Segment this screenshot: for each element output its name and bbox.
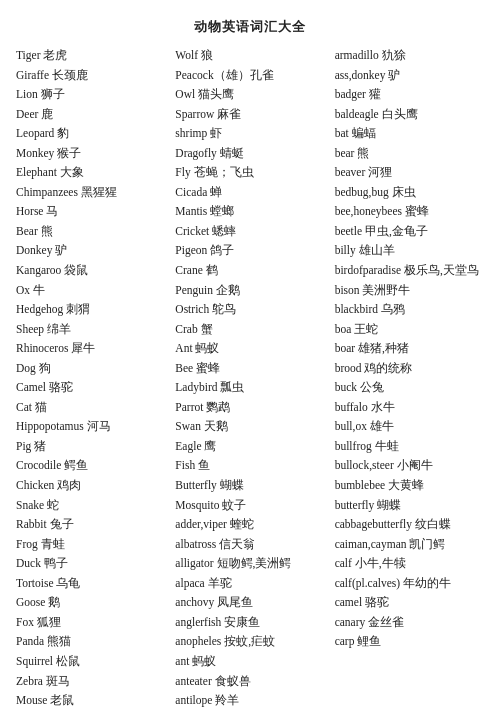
list-item: canary 金丝雀 xyxy=(335,613,484,633)
list-item: Swan 天鹅 xyxy=(175,417,324,437)
list-item: anteater 食蚁兽 xyxy=(175,672,324,692)
list-item: Giraffe 长颈鹿 xyxy=(16,66,165,86)
list-item: Goose 鹅 xyxy=(16,593,165,613)
list-item: Cricket 蟋蟀 xyxy=(175,222,324,242)
list-item: Squirrel 松鼠 xyxy=(16,652,165,672)
column-3: armadillo 犰狳ass,donkey 驴badger 獾baldeagl… xyxy=(335,46,484,707)
list-item: Cat 猫 xyxy=(16,398,165,418)
list-item: Wolf 狼 xyxy=(175,46,324,66)
list-item: blackbird 乌鸦 xyxy=(335,300,484,320)
list-item: Zebra 斑马 xyxy=(16,672,165,692)
list-item: anopheles 按蚊,疟蚊 xyxy=(175,632,324,652)
list-item: Lion 狮子 xyxy=(16,85,165,105)
list-item: beaver 河狸 xyxy=(335,163,484,183)
list-item: birdofparadise 极乐鸟,天堂鸟 xyxy=(335,261,484,281)
list-item: buck 公兔 xyxy=(335,378,484,398)
list-item: carp 鲤鱼 xyxy=(335,632,484,652)
list-item: badger 獾 xyxy=(335,85,484,105)
list-item: brood 鸡的统称 xyxy=(335,359,484,379)
main-grid: Tiger 老虎Giraffe 长颈鹿Lion 狮子Deer 鹿Leopard … xyxy=(16,46,484,707)
list-item: Crab 蟹 xyxy=(175,320,324,340)
list-item: Mouse 老鼠 xyxy=(16,691,165,707)
list-item: Horse 马 xyxy=(16,202,165,222)
list-item: Dog 狗 xyxy=(16,359,165,379)
list-item: Ostrich 鸵鸟 xyxy=(175,300,324,320)
list-item: Camel 骆驼 xyxy=(16,378,165,398)
list-item: anglerfish 安康鱼 xyxy=(175,613,324,633)
list-item: Crocodile 鳄鱼 xyxy=(16,456,165,476)
list-item: Fish 鱼 xyxy=(175,456,324,476)
list-item: adder,viper 蝰蛇 xyxy=(175,515,324,535)
list-item: Hedgehog 刺猬 xyxy=(16,300,165,320)
list-item: buffalo 水牛 xyxy=(335,398,484,418)
list-item: cabbagebutterfly 纹白蝶 xyxy=(335,515,484,535)
list-item: Bee 蜜蜂 xyxy=(175,359,324,379)
list-item: Panda 熊猫 xyxy=(16,632,165,652)
list-item: boa 王蛇 xyxy=(335,320,484,340)
list-item: bat 蝙蝠 xyxy=(335,124,484,144)
column-1: Tiger 老虎Giraffe 长颈鹿Lion 狮子Deer 鹿Leopard … xyxy=(16,46,165,707)
list-item: bullfrog 牛蛙 xyxy=(335,437,484,457)
list-item: bull,ox 雄牛 xyxy=(335,417,484,437)
list-item: Snake 蛇 xyxy=(16,496,165,516)
list-item: beetle 甲虫,金龟子 xyxy=(335,222,484,242)
list-item: Ladybird 瓢虫 xyxy=(175,378,324,398)
list-item: Rhinoceros 犀牛 xyxy=(16,339,165,359)
list-item: Fox 狐狸 xyxy=(16,613,165,633)
list-item: bee,honeybees 蜜蜂 xyxy=(335,202,484,222)
list-item: Mantis 螳螂 xyxy=(175,202,324,222)
list-item: Sparrow 麻雀 xyxy=(175,105,324,125)
list-item: Cicada 蝉 xyxy=(175,183,324,203)
list-item: Tiger 老虎 xyxy=(16,46,165,66)
list-item: Hippopotamus 河马 xyxy=(16,417,165,437)
list-item: Parrot 鹦鹉 xyxy=(175,398,324,418)
list-item: Pig 猪 xyxy=(16,437,165,457)
list-item: Deer 鹿 xyxy=(16,105,165,125)
list-item: Butterfly 蝴蝶 xyxy=(175,476,324,496)
list-item: Mosquito 蚊子 xyxy=(175,496,324,516)
list-item: ass,donkey 驴 xyxy=(335,66,484,86)
list-item: Donkey 驴 xyxy=(16,241,165,261)
list-item: bullock,steer 小阉牛 xyxy=(335,456,484,476)
list-item: caiman,cayman 凯门鳄 xyxy=(335,535,484,555)
list-item: Chicken 鸡肉 xyxy=(16,476,165,496)
list-item: Eagle 鹰 xyxy=(175,437,324,457)
list-item: billy 雄山羊 xyxy=(335,241,484,261)
list-item: bumblebee 大黄蜂 xyxy=(335,476,484,496)
list-item: Elephant 大象 xyxy=(16,163,165,183)
list-item: bear 熊 xyxy=(335,144,484,164)
list-item: Tortoise 乌龟 xyxy=(16,574,165,594)
list-item: Leopard 豹 xyxy=(16,124,165,144)
page-title: 动物英语词汇大全 xyxy=(16,18,484,36)
list-item: alpaca 羊驼 xyxy=(175,574,324,594)
list-item: calf 小牛,牛犊 xyxy=(335,554,484,574)
list-item: camel 骆驼 xyxy=(335,593,484,613)
list-item: Chimpanzees 黑猩猩 xyxy=(16,183,165,203)
list-item: Monkey 猴子 xyxy=(16,144,165,164)
list-item: Ox 牛 xyxy=(16,281,165,301)
list-item: albatross 信天翁 xyxy=(175,535,324,555)
list-item: bison 美洲野牛 xyxy=(335,281,484,301)
list-item: bedbug,bug 床虫 xyxy=(335,183,484,203)
list-item: alligator 短吻鳄,美洲鳄 xyxy=(175,554,324,574)
list-item: boar 雄猪,种猪 xyxy=(335,339,484,359)
list-item: baldeagle 白头鹰 xyxy=(335,105,484,125)
list-item: butterfly 蝴蝶 xyxy=(335,496,484,516)
list-item: calf(pl.calves) 年幼的牛 xyxy=(335,574,484,594)
list-item: Fly 苍蝇；飞虫 xyxy=(175,163,324,183)
list-item: antilope 羚羊 xyxy=(175,691,324,707)
list-item: anchovy 凤尾鱼 xyxy=(175,593,324,613)
list-item: Dragofly 蜻蜓 xyxy=(175,144,324,164)
list-item: Owl 猫头鹰 xyxy=(175,85,324,105)
list-item: Crane 鹤 xyxy=(175,261,324,281)
list-item: Rabbit 兔子 xyxy=(16,515,165,535)
list-item: Kangaroo 袋鼠 xyxy=(16,261,165,281)
list-item: ant 蚂蚁 xyxy=(175,652,324,672)
list-item: Bear 熊 xyxy=(16,222,165,242)
list-item: Frog 青蛙 xyxy=(16,535,165,555)
list-item: Duck 鸭子 xyxy=(16,554,165,574)
list-item: Peacock（雄）孔雀 xyxy=(175,66,324,86)
list-item: Pigeon 鸽子 xyxy=(175,241,324,261)
list-item: shrimp 虾 xyxy=(175,124,324,144)
list-item: Ant 蚂蚁 xyxy=(175,339,324,359)
